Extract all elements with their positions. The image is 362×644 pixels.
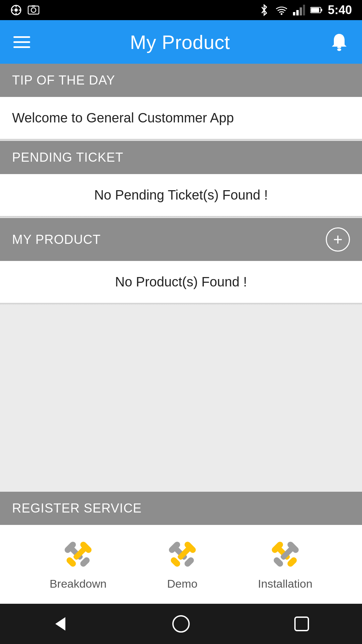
add-product-button[interactable]: +: [326, 227, 350, 252]
add-icon: +: [333, 231, 343, 248]
svg-rect-6: [28, 6, 39, 14]
back-button[interactable]: [47, 610, 74, 637]
svg-rect-39: [295, 617, 308, 631]
installation-icon: [268, 538, 302, 572]
breakdown-icon: [61, 538, 95, 572]
main-content: TIP OF THE DAY Welcome to General Custom…: [0, 64, 362, 604]
installation-service-item[interactable]: Installation: [258, 538, 313, 590]
svg-rect-8: [32, 5, 36, 7]
tip-section-header: TIP OF THE DAY: [0, 64, 362, 97]
pending-ticket-body-text: No Pending Ticket(s) Found !: [94, 187, 268, 203]
svg-rect-15: [311, 8, 319, 12]
hamburger-menu-button[interactable]: [13, 36, 30, 48]
svg-rect-16: [321, 9, 322, 11]
svg-point-1: [14, 8, 18, 12]
my-product-section-body: No Product(s) Found !: [0, 261, 362, 303]
tip-section-body: Welcome to General Custommer App: [0, 97, 362, 139]
breakdown-label: Breakdown: [50, 577, 107, 590]
tip-header-label: TIP OF THE DAY: [12, 73, 115, 88]
svg-point-18: [337, 48, 341, 51]
installation-label: Installation: [258, 577, 313, 590]
status-bar-left-icons: [10, 4, 40, 16]
tip-body-text: Welcome to General Custommer App: [12, 110, 234, 125]
bottom-navigation: [0, 604, 362, 644]
svg-point-9: [281, 13, 282, 15]
my-product-body-text: No Product(s) Found !: [115, 274, 247, 289]
pending-ticket-section-header: PENDING TICKET: [0, 141, 362, 174]
notifications-button[interactable]: [330, 33, 349, 51]
register-service-section-header: REGISTER SERVICE: [0, 492, 362, 525]
recents-button[interactable]: [288, 610, 315, 637]
demo-label: Demo: [167, 577, 197, 590]
crosshair-icon: [10, 4, 22, 16]
wifi-icon: [276, 4, 288, 16]
signal-icon: [293, 4, 305, 16]
svg-rect-13: [303, 5, 305, 15]
svg-rect-12: [300, 7, 302, 15]
svg-rect-11: [296, 10, 299, 15]
service-icons-row: Breakdown Demo: [0, 525, 362, 604]
pending-ticket-section-body: No Pending Ticket(s) Found !: [0, 174, 362, 216]
breakdown-service-item[interactable]: Breakdown: [50, 538, 107, 590]
empty-space: [0, 305, 362, 492]
status-bar: 5:40: [0, 0, 362, 20]
register-service-header-label: REGISTER SERVICE: [12, 501, 142, 516]
svg-rect-10: [293, 12, 295, 15]
svg-point-7: [31, 8, 36, 12]
photo-icon: [27, 4, 40, 16]
demo-icon: [166, 538, 199, 572]
app-title: My Product: [130, 31, 230, 53]
home-button[interactable]: [168, 610, 194, 637]
svg-point-38: [173, 616, 189, 632]
my-product-section-header: MY PRODUCT +: [0, 218, 362, 261]
svg-marker-37: [55, 617, 65, 631]
svg-rect-17: [337, 47, 341, 48]
battery-icon: [310, 4, 322, 16]
app-bar: My Product: [0, 20, 362, 64]
bluetooth-icon: [258, 4, 270, 16]
status-time: 5:40: [328, 3, 352, 17]
pending-ticket-header-label: PENDING TICKET: [12, 150, 123, 165]
status-bar-right-icons: 5:40: [258, 3, 352, 17]
demo-service-item[interactable]: Demo: [166, 538, 199, 590]
my-product-header-label: MY PRODUCT: [12, 232, 101, 247]
